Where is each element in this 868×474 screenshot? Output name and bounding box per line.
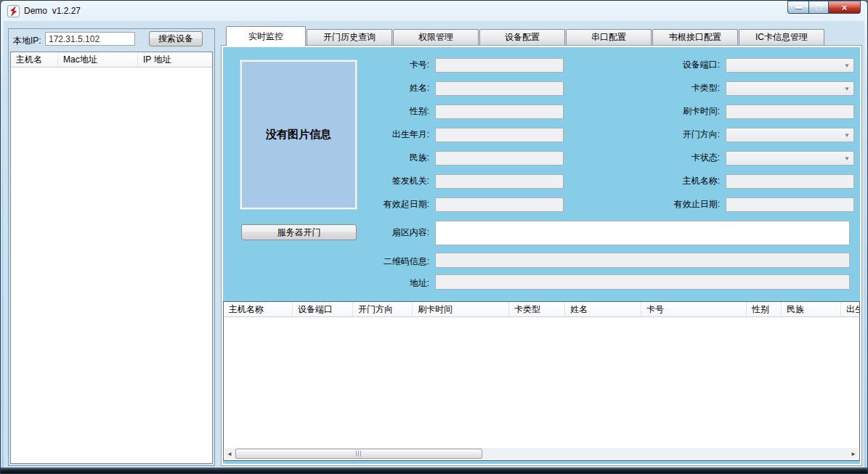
address-label: 地址: xyxy=(368,274,429,290)
swipe-time-input[interactable] xyxy=(726,105,854,119)
server-open-door-button[interactable]: 服务器开门 xyxy=(241,224,357,240)
window-title: Demo v1.2.27 xyxy=(24,6,81,16)
ip-address-column-header[interactable]: IP 地址 xyxy=(138,52,212,68)
gender-label: 性别: xyxy=(368,105,429,118)
sector-content-textarea[interactable] xyxy=(435,221,850,245)
tab-body: 没有图片信息 服务器开门 卡号:姓名:性别:出生年月:民族:签发机关:有效起日期… xyxy=(221,45,862,466)
device-table-header: 主机名Mac地址IP 地址 xyxy=(11,52,212,68)
ethnicity-input[interactable] xyxy=(435,151,564,166)
device-port-column-header[interactable]: 设备端口 xyxy=(293,302,353,317)
device-port-row: 设备端口:▼ xyxy=(658,57,854,73)
ethnicity-column-header[interactable]: 民族 xyxy=(782,302,841,317)
address-row: 地址: xyxy=(368,274,850,290)
scrollbar-thumb[interactable] xyxy=(235,449,482,459)
door-direction-column-header[interactable]: 开门方向 xyxy=(353,302,413,317)
birth-date-row: 出生年月: xyxy=(368,127,564,142)
minimize-button[interactable] xyxy=(787,1,808,14)
tab-realtime-monitor[interactable]: 实时监控 xyxy=(226,26,306,46)
card-number-column-header[interactable]: 卡号 xyxy=(641,302,747,317)
tab-ic-card-management[interactable]: IC卡信息管理 xyxy=(739,29,824,45)
card-status-row: 卡状态:▼ xyxy=(658,150,854,166)
close-icon: × xyxy=(842,3,848,12)
issuing-authority-row: 签发机关: xyxy=(368,173,564,189)
tab-permission-management[interactable]: 权限管理 xyxy=(393,29,479,45)
mac-address-column-header[interactable]: Mac地址 xyxy=(58,52,138,68)
ethnicity-row: 民族: xyxy=(368,150,564,166)
device-table: 主机名Mac地址IP 地址 xyxy=(10,52,213,464)
minimize-icon xyxy=(795,7,802,9)
chevron-down-icon: ▼ xyxy=(844,62,850,69)
device-panel: 本地IP: 搜索设备 主机名Mac地址IP 地址 xyxy=(8,28,215,466)
card-type-select[interactable]: ▼ xyxy=(726,81,854,96)
tab-door-history[interactable]: 开门历史查询 xyxy=(307,29,392,45)
maximize-icon xyxy=(816,4,822,10)
person-name-label: 姓名: xyxy=(368,82,429,94)
door-direction-select[interactable]: ▼ xyxy=(726,128,854,142)
chevron-down-icon: ▼ xyxy=(844,155,850,162)
scroll-left-arrow-icon[interactable]: ◄ xyxy=(224,448,235,459)
issuing-authority-input[interactable] xyxy=(435,174,564,189)
card-number-label: 卡号: xyxy=(368,59,429,71)
card-number-input[interactable] xyxy=(435,58,564,73)
main-tab-control: 实时监控开门历史查询权限管理设备配置串口配置韦根接口配置IC卡信息管理 没有图片… xyxy=(221,26,862,466)
titlebar[interactable]: Demo v1.2.27 × xyxy=(1,1,867,21)
door-direction-row: 开门方向:▼ xyxy=(658,127,854,142)
valid-from-date-label: 有效起日期: xyxy=(368,198,429,211)
hostname-column-header[interactable]: 主机名 xyxy=(11,52,58,68)
gender-column-header[interactable]: 性别 xyxy=(747,302,782,317)
card-status-label: 卡状态: xyxy=(658,152,720,164)
maximize-button[interactable] xyxy=(808,1,828,14)
device-table-body[interactable] xyxy=(11,68,212,463)
chevron-down-icon: ▼ xyxy=(844,86,850,92)
swipe-time-label: 刷卡时间: xyxy=(658,105,720,118)
search-device-button[interactable]: 搜索设备 xyxy=(149,31,203,46)
no-image-text: 没有图片信息 xyxy=(266,128,331,142)
host-name-label: 主机名称: xyxy=(658,175,720,187)
birth-date-column-header[interactable]: 出生年月 xyxy=(841,302,859,317)
valid-to-date-row: 有效止日期: xyxy=(658,197,854,212)
realtime-monitor-page: 没有图片信息 服务器开门 卡号:姓名:性别:出生年月:民族:签发机关:有效起日期… xyxy=(223,47,860,464)
caption-buttons: × xyxy=(787,1,861,14)
tab-device-config[interactable]: 设备配置 xyxy=(479,29,565,45)
card-type-column-header[interactable]: 卡类型 xyxy=(509,302,565,317)
tab-serial-config[interactable]: 串口配置 xyxy=(566,29,652,45)
scroll-right-arrow-icon[interactable]: ► xyxy=(848,448,859,459)
birth-date-label: 出生年月: xyxy=(368,128,429,141)
app-window: Demo v1.2.27 × 本地IP: 搜索设备 主机名Mac地址IP 地址 … xyxy=(0,0,868,474)
birth-date-input[interactable] xyxy=(435,128,564,142)
valid-from-date-input[interactable] xyxy=(435,197,564,212)
card-info-right-column: 设备端口:▼卡类型:▼刷卡时间:开门方向:▼卡状态:▼主机名称:有效止日期: xyxy=(658,57,854,220)
close-button[interactable]: × xyxy=(828,1,861,14)
host-name-row: 主机名称: xyxy=(658,173,854,189)
device-port-select[interactable]: ▼ xyxy=(726,58,854,73)
records-table: 主机名称设备端口开门方向刷卡时间卡类型姓名卡号性别民族出生年月 ◄ ► xyxy=(223,301,860,461)
valid-from-date-row: 有效起日期: xyxy=(368,197,564,212)
person-name-column-header[interactable]: 姓名 xyxy=(565,302,641,317)
app-lightning-icon xyxy=(7,5,20,17)
device-port-label: 设备端口: xyxy=(658,59,720,71)
card-status-select[interactable]: ▼ xyxy=(726,151,854,166)
sector-content-row: 扇区内容: xyxy=(368,221,850,245)
valid-to-date-input[interactable] xyxy=(726,197,854,212)
swipe-time-column-header[interactable]: 刷卡时间 xyxy=(413,302,509,317)
scrollbar-grip-icon xyxy=(356,451,362,457)
gender-input[interactable] xyxy=(435,105,564,119)
card-info-left-column: 卡号:姓名:性别:出生年月:民族:签发机关:有效起日期: xyxy=(368,57,564,220)
host-name-input[interactable] xyxy=(726,174,854,189)
qrcode-info-input[interactable] xyxy=(435,253,850,268)
door-direction-label: 开门方向: xyxy=(658,128,720,141)
local-ip-input[interactable] xyxy=(45,32,135,46)
records-table-body[interactable] xyxy=(224,317,859,460)
tab-wiegand-config[interactable]: 韦根接口配置 xyxy=(652,29,738,45)
person-name-input[interactable] xyxy=(435,81,564,96)
issuing-authority-label: 签发机关: xyxy=(368,175,429,187)
gender-row: 性别: xyxy=(368,104,564,119)
client-area: 本地IP: 搜索设备 主机名Mac地址IP 地址 实时监控开门历史查询权限管理设… xyxy=(4,21,864,467)
card-number-row: 卡号: xyxy=(368,57,564,73)
card-type-row: 卡类型:▼ xyxy=(658,81,854,96)
tab-strip: 实时监控开门历史查询权限管理设备配置串口配置韦根接口配置IC卡信息管理 xyxy=(226,26,825,45)
window-bottom-frame xyxy=(1,467,867,473)
address-input[interactable] xyxy=(435,274,850,290)
horizontal-scrollbar[interactable]: ◄ ► xyxy=(224,448,859,459)
host-name-column-header[interactable]: 主机名称 xyxy=(224,302,293,317)
